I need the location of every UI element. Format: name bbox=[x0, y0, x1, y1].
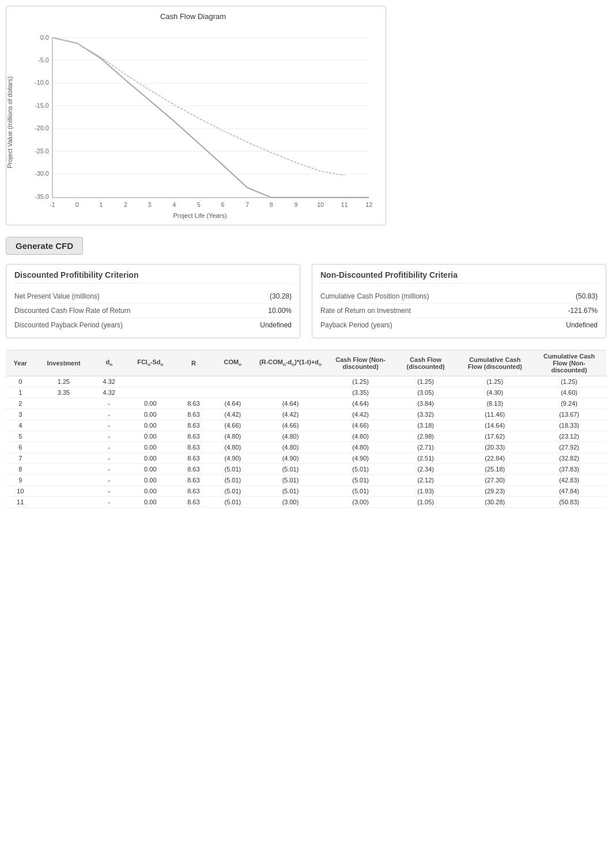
discounted-row-2: Discounted Payback Period (years) Undefi… bbox=[14, 318, 292, 332]
table-body: 01.254.32(1.25)(1.25)(1.25)(1.25)13.354.… bbox=[6, 376, 606, 508]
criteria-section: Discounted Profitibility Criterion Net P… bbox=[6, 264, 606, 338]
discounted-value-0: (30.28) bbox=[270, 292, 292, 300]
table-cell: 9 bbox=[6, 475, 35, 486]
chart-title: Cash Flow Diagram bbox=[6, 12, 380, 21]
table-cell: - bbox=[93, 398, 126, 409]
table-cell: - bbox=[93, 420, 126, 431]
th-r: R bbox=[175, 350, 212, 376]
table-cell: (42.83) bbox=[532, 475, 606, 486]
table-cell: (3.18) bbox=[394, 420, 458, 431]
table-row: 2-0.008.63(4.64)(4.64)(4.64)(3.84)(8.13)… bbox=[6, 398, 606, 409]
table-cell bbox=[254, 387, 328, 398]
table-cell: (3.05) bbox=[394, 387, 458, 398]
table-row: 01.254.32(1.25)(1.25)(1.25)(1.25) bbox=[6, 376, 606, 387]
svg-text:12: 12 bbox=[365, 201, 372, 208]
th-com: COMn bbox=[212, 350, 254, 376]
nondiscounted-value-1: -121.67% bbox=[568, 307, 598, 315]
nondiscounted-value-2: Undefined bbox=[566, 321, 598, 329]
table-cell bbox=[35, 442, 92, 453]
table-cell: - bbox=[93, 475, 126, 486]
table-cell: 3 bbox=[6, 409, 35, 420]
table-cell: (29.23) bbox=[458, 486, 532, 497]
table-cell: (5.01) bbox=[327, 464, 393, 475]
table-cell: (2.71) bbox=[394, 442, 458, 453]
table-cell: (4.66) bbox=[212, 420, 254, 431]
svg-text:3: 3 bbox=[148, 201, 152, 208]
table-cell: (3.00) bbox=[327, 497, 393, 508]
x-axis-label: Project Life (Years) bbox=[20, 212, 380, 219]
table-cell bbox=[35, 464, 92, 475]
chart-svg: 0.0 -5.0 -10.0 -15.0 -20.0 -25.0 -30.0 -… bbox=[20, 25, 380, 210]
th-investment: Investment bbox=[35, 350, 92, 376]
table-cell: 8.63 bbox=[175, 409, 212, 420]
table-cell: (11.46) bbox=[458, 409, 532, 420]
table-cell: (32.82) bbox=[532, 453, 606, 464]
table-cell: (4.64) bbox=[212, 398, 254, 409]
table-cell: - bbox=[93, 442, 126, 453]
data-table: Year Investment dn FCIn-Sdn R COMn (R-CO… bbox=[6, 350, 606, 508]
svg-text:-35.0: -35.0 bbox=[35, 193, 48, 200]
th-ccf-nondiscounted: Cumulative Cash Flow (Non-discounted) bbox=[532, 350, 606, 376]
table-cell: (3.32) bbox=[394, 409, 458, 420]
table-row: 10-0.008.63(5.01)(5.01)(5.01)(1.93)(29.2… bbox=[6, 486, 606, 497]
nondiscounted-criteria-box: Non-Discounted Profitibility Criteria Cu… bbox=[312, 264, 606, 338]
table-cell: (47.84) bbox=[532, 486, 606, 497]
discounted-label-1: Discounted Cash Flow Rate of Return bbox=[14, 307, 130, 315]
table-cell bbox=[212, 387, 254, 398]
table-cell bbox=[35, 497, 92, 508]
table-cell bbox=[35, 398, 92, 409]
table-cell: (4.64) bbox=[254, 398, 328, 409]
discounted-label-0: Net Present Value (millions) bbox=[14, 292, 100, 300]
svg-text:7: 7 bbox=[245, 201, 249, 208]
table-cell: (4.42) bbox=[212, 409, 254, 420]
table-cell bbox=[35, 420, 92, 431]
table-cell: 0.00 bbox=[126, 486, 175, 497]
table-cell: (2.12) bbox=[394, 475, 458, 486]
table-cell: (27.30) bbox=[458, 475, 532, 486]
table-cell: (1.25) bbox=[394, 376, 458, 387]
table-cell: 8 bbox=[6, 464, 35, 475]
table-cell: - bbox=[93, 497, 126, 508]
table-row: 5-0.008.63(4.80)(4.80)(4.80)(2.98)(17.62… bbox=[6, 431, 606, 442]
discounted-label-2: Discounted Payback Period (years) bbox=[14, 321, 123, 329]
table-cell: (8.13) bbox=[458, 398, 532, 409]
table-cell: 2 bbox=[6, 398, 35, 409]
generate-cfd-button[interactable]: Generate CFD bbox=[6, 237, 83, 255]
svg-text:-20.0: -20.0 bbox=[35, 124, 48, 131]
table-cell: (17.62) bbox=[458, 431, 532, 442]
svg-text:8: 8 bbox=[270, 201, 273, 208]
nondiscounted-label-1: Rate of Return on Investment bbox=[320, 307, 411, 315]
table-cell: (4.60) bbox=[532, 387, 606, 398]
table-cell: 8.63 bbox=[175, 431, 212, 442]
table-cell: (3.35) bbox=[327, 387, 393, 398]
table-cell: (4.90) bbox=[212, 453, 254, 464]
table-cell: 0.00 bbox=[126, 453, 175, 464]
table-cell bbox=[35, 453, 92, 464]
svg-text:11: 11 bbox=[341, 201, 348, 208]
nondiscounted-label-0: Cumulative Cash Position (millions) bbox=[320, 292, 429, 300]
table-cell: - bbox=[93, 409, 126, 420]
table-cell: 4 bbox=[6, 420, 35, 431]
th-dn: dn bbox=[93, 350, 126, 376]
table-cell: (18.33) bbox=[532, 420, 606, 431]
table-cell bbox=[254, 376, 328, 387]
table-row: 8-0.008.63(5.01)(5.01)(5.01)(2.34)(25.18… bbox=[6, 464, 606, 475]
table-cell: 0.00 bbox=[126, 442, 175, 453]
table-cell: - bbox=[93, 453, 126, 464]
th-fci: FCIn-Sdn bbox=[126, 350, 175, 376]
th-cf-discounted: Cash Flow (discounted) bbox=[394, 350, 458, 376]
table-cell: (4.66) bbox=[254, 420, 328, 431]
discounted-criteria-title: Discounted Profitibility Criterion bbox=[14, 270, 292, 284]
svg-text:4: 4 bbox=[172, 201, 176, 208]
table-cell: (5.01) bbox=[212, 497, 254, 508]
table-cell bbox=[212, 376, 254, 387]
table-cell bbox=[35, 431, 92, 442]
table-cell bbox=[35, 475, 92, 486]
table-cell: (50.83) bbox=[532, 497, 606, 508]
table-header-row: Year Investment dn FCIn-Sdn R COMn (R-CO… bbox=[6, 350, 606, 376]
table-cell: (5.01) bbox=[254, 475, 328, 486]
table-cell: 10 bbox=[6, 486, 35, 497]
table-row: 9-0.008.63(5.01)(5.01)(5.01)(2.12)(27.30… bbox=[6, 475, 606, 486]
table-cell: (23.12) bbox=[532, 431, 606, 442]
table-cell: (9.24) bbox=[532, 398, 606, 409]
